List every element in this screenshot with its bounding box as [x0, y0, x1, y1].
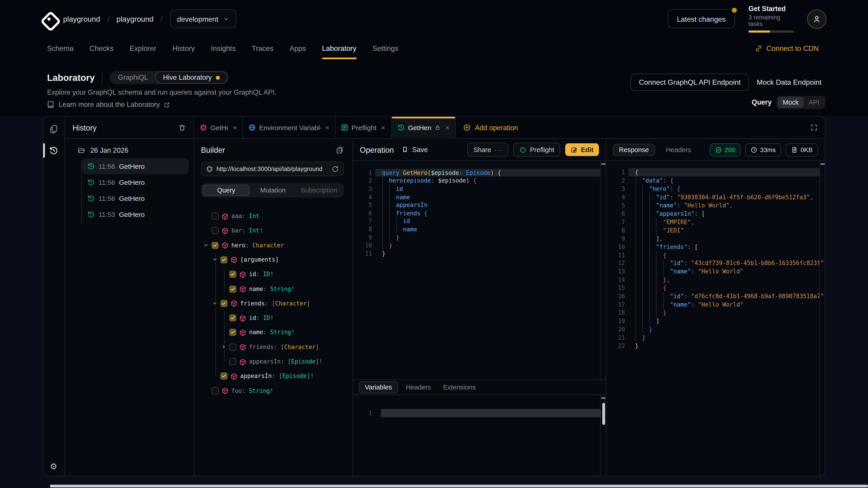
- variables-editor[interactable]: 1: [353, 395, 606, 476]
- field-checkbox[interactable]: [229, 329, 237, 336]
- tab-query[interactable]: Query: [203, 185, 250, 196]
- history-date-group[interactable]: 26 Jan 2026: [78, 147, 128, 154]
- breadcrumb-separator: /: [161, 15, 163, 23]
- hive-logo-icon[interactable]: [41, 12, 55, 26]
- field-row-hero[interactable]: hero: Character: [194, 238, 352, 253]
- toggle-option-hive-laboratory[interactable]: Hive Laboratory: [155, 71, 227, 84]
- laboratory-header: Laboratory GraphiQL Hive Laboratory Expl…: [0, 59, 868, 116]
- operation-tab-preflight[interactable]: Preflight×: [336, 117, 392, 139]
- history-rail-button[interactable]: [49, 146, 58, 155]
- field-checkbox[interactable]: [220, 372, 228, 380]
- field-checkbox[interactable]: [229, 344, 237, 351]
- field-row-arguments[interactable]: [arguments]: [194, 253, 352, 267]
- field-row-appearsIn[interactable]: appearsIn: [Episode]!: [194, 369, 352, 384]
- clear-history-button[interactable]: [178, 124, 186, 131]
- tab-mutation[interactable]: Mutation: [250, 185, 296, 196]
- tab-headers[interactable]: Headers: [401, 382, 435, 393]
- field-checkbox[interactable]: [212, 387, 219, 394]
- breadcrumb-org[interactable]: playground: [63, 15, 100, 23]
- refresh-schema-button[interactable]: [332, 165, 339, 172]
- share-button[interactable]: Share···: [467, 143, 508, 157]
- chevron-down-icon[interactable]: [212, 300, 217, 306]
- field-row-name[interactable]: name: String!: [194, 326, 352, 340]
- user-avatar[interactable]: [807, 9, 827, 29]
- field-row-friends[interactable]: friends: [Character]: [194, 296, 352, 311]
- response-viewer[interactable]: 1{2 "data": {3 "hero": {4 "id": "9303830…: [606, 161, 825, 476]
- field-checkbox[interactable]: [212, 227, 219, 234]
- field-row-id[interactable]: id: ID!: [194, 311, 352, 326]
- edit-button[interactable]: Edit: [565, 143, 599, 156]
- latest-changes-button[interactable]: Latest changes: [668, 9, 735, 28]
- history-item[interactable]: 11:56GetHero: [82, 158, 189, 174]
- target-selector[interactable]: development: [170, 9, 237, 28]
- close-tab-icon[interactable]: ×: [325, 123, 330, 132]
- endpoint-mode-mock[interactable]: Mock: [778, 97, 804, 108]
- tab-response[interactable]: Response: [613, 144, 655, 156]
- history-item[interactable]: 11:56GetHero: [82, 190, 189, 206]
- share-menu-dots[interactable]: ···: [495, 147, 502, 153]
- connect-endpoint-button[interactable]: Connect GraphQL API Endpoint: [631, 74, 749, 91]
- nav-tab-laboratory[interactable]: Laboratory: [322, 38, 356, 59]
- add-operation-button[interactable]: Add operation: [456, 124, 526, 131]
- field-checkbox[interactable]: [229, 271, 237, 278]
- fullscreen-button[interactable]: [810, 124, 817, 131]
- settings-rail-button[interactable]: ⚙: [50, 462, 57, 470]
- nav-tab-history[interactable]: History: [173, 38, 195, 59]
- field-checkbox[interactable]: [229, 314, 237, 322]
- chevron-down-icon[interactable]: [212, 257, 217, 262]
- collections-rail-button[interactable]: [49, 125, 58, 133]
- operation-tab-environment-variables[interactable]: Environment Variables×: [243, 117, 336, 139]
- field-checkbox[interactable]: [212, 241, 219, 249]
- history-item[interactable]: 11:56GetHero: [82, 174, 189, 190]
- field-checkbox[interactable]: [220, 256, 228, 263]
- tab-variables[interactable]: Variables: [359, 381, 398, 393]
- nav-tab-apps[interactable]: Apps: [289, 38, 306, 59]
- minimize-icon[interactable]: [601, 397, 605, 399]
- chevron-right-icon[interactable]: [221, 344, 226, 350]
- close-tab-icon[interactable]: ×: [445, 123, 450, 132]
- nav-tab-traces[interactable]: Traces: [252, 38, 274, 59]
- horizontal-scrollbar[interactable]: [50, 485, 868, 487]
- close-tab-icon[interactable]: ×: [381, 123, 385, 132]
- history-item-name: GetHero: [119, 162, 145, 170]
- field-checkbox[interactable]: [220, 300, 228, 307]
- operation-tab-gethero[interactable]: GetHero×: [392, 117, 456, 139]
- field-row-id[interactable]: id: ID!: [194, 267, 352, 282]
- field-checkbox[interactable]: [229, 285, 237, 292]
- history-item[interactable]: 11:53GetHero: [82, 206, 189, 222]
- field-row-name[interactable]: name: String!: [194, 282, 352, 296]
- toggle-option-graphiql[interactable]: GraphiQL: [111, 71, 155, 84]
- minimize-icon[interactable]: [601, 163, 605, 165]
- nav-tab-checks[interactable]: Checks: [90, 38, 114, 59]
- nav-tab-insights[interactable]: Insights: [211, 38, 236, 59]
- field-row-appearsIn[interactable]: appearsIn: [Episode]!: [194, 355, 352, 369]
- field-row-foo[interactable]: foo: String!: [194, 384, 352, 398]
- breadcrumb-project[interactable]: playground: [116, 15, 153, 23]
- nav-tab-explorer[interactable]: Explorer: [129, 38, 156, 59]
- nav-tab-schema[interactable]: Schema: [47, 38, 73, 59]
- connect-to-cdn-link[interactable]: Connect to CDN: [755, 38, 819, 59]
- mock-endpoint-button[interactable]: Mock Data Endpoint: [757, 78, 822, 86]
- scrollbar-thumb[interactable]: [602, 403, 604, 425]
- chevron-down-icon[interactable]: [203, 242, 209, 248]
- field-checkbox[interactable]: [229, 358, 237, 365]
- close-tab-icon[interactable]: ×: [233, 123, 237, 132]
- nav-tab-settings[interactable]: Settings: [373, 38, 399, 59]
- get-started-widget[interactable]: Get Started 3 remaining tasks: [748, 5, 794, 33]
- minimize-icon[interactable]: [820, 163, 825, 165]
- tab-subscription[interactable]: Subscription: [296, 185, 342, 196]
- tab-response-headers[interactable]: Headers: [662, 144, 695, 155]
- field-row-friends[interactable]: friends: [Character]: [194, 340, 352, 355]
- query-editor[interactable]: 1query GetHero($episode: Episode) {2 her…: [353, 161, 606, 380]
- field-checkbox[interactable]: [212, 213, 219, 220]
- field-row-aaa[interactable]: aaa: Int: [194, 209, 352, 224]
- endpoint-mode-api[interactable]: API: [804, 97, 824, 108]
- preflight-button[interactable]: Preflight: [513, 143, 560, 157]
- endpoint-url-input[interactable]: http://localhost:3000/api/lab/playground: [201, 162, 344, 176]
- operation-tab-gethero[interactable]: GetHero×: [194, 117, 243, 139]
- field-row-bar[interactable]: bar: Int!: [194, 224, 352, 238]
- tab-extensions[interactable]: Extensions: [439, 382, 480, 393]
- builder-collapse-button[interactable]: [336, 146, 344, 154]
- learn-more-link[interactable]: Learn more about the Laboratory: [47, 101, 170, 108]
- save-button[interactable]: Save: [402, 146, 428, 153]
